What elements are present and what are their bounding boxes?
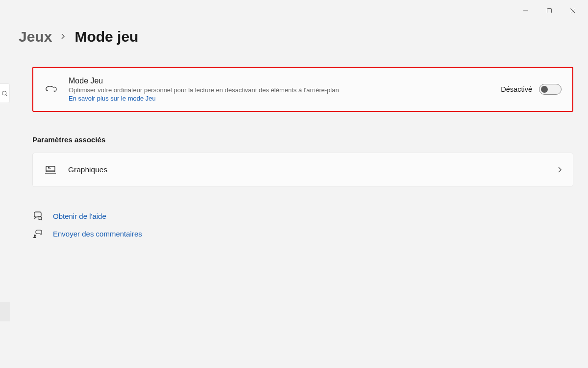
search-button[interactable] [0, 83, 10, 103]
game-mode-body: Mode Jeu Optimiser votre ordinateur pers… [69, 77, 490, 102]
chevron-right-icon [558, 166, 562, 173]
game-mode-icon [44, 84, 58, 94]
svg-point-4 [2, 91, 6, 95]
game-mode-title: Mode Jeu [69, 77, 490, 85]
svg-line-14 [41, 219, 42, 220]
game-mode-description: Optimiser votre ordinateur personnel pou… [69, 86, 490, 94]
graphics-icon [44, 165, 57, 175]
breadcrumb: Jeux Mode jeu [19, 28, 563, 45]
help-icon [32, 211, 43, 220]
svg-point-15 [34, 235, 36, 237]
window-controls [511, 0, 588, 22]
svg-rect-1 [547, 9, 552, 13]
minimize-button[interactable] [514, 3, 537, 19]
game-mode-toggle[interactable] [539, 84, 562, 95]
footer-links: Obtenir de l'aide Envoyer des commentair… [32, 211, 563, 238]
help-link-text: Obtenir de l'aide [53, 212, 106, 220]
svg-point-7 [53, 90, 54, 91]
breadcrumb-parent[interactable]: Jeux [19, 28, 52, 45]
graphics-label: Graphiques [68, 165, 547, 174]
sidebar-stub [0, 302, 10, 321]
learn-more-link[interactable]: En savoir plus sur le mode Jeu [69, 95, 490, 102]
game-mode-toggle-group: Désactivé [501, 84, 562, 95]
page-title: Mode jeu [74, 28, 138, 45]
maximize-button[interactable] [538, 3, 561, 19]
toggle-knob [541, 86, 548, 93]
toggle-state-label: Désactivé [501, 85, 532, 93]
close-button[interactable] [562, 3, 584, 19]
graphics-card[interactable]: Graphiques [32, 153, 573, 187]
feedback-icon [32, 229, 43, 238]
game-mode-card: Mode Jeu Optimiser votre ordinateur pers… [32, 67, 573, 112]
feedback-link-text: Envoyer des commentaires [53, 230, 142, 238]
chevron-right-icon [61, 33, 66, 40]
svg-line-5 [6, 94, 7, 95]
feedback-link[interactable]: Envoyer des commentaires [32, 229, 563, 238]
related-settings-heading: Paramètres associés [32, 135, 563, 144]
svg-point-6 [47, 90, 48, 91]
help-link[interactable]: Obtenir de l'aide [32, 211, 563, 220]
